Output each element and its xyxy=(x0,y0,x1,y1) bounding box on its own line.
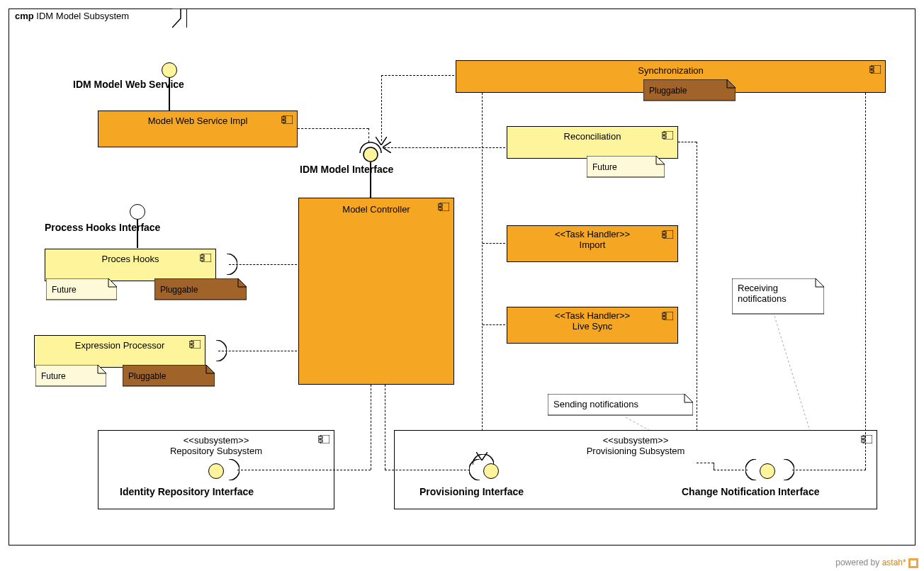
identity-repo-interface-label: Identity Repository Interface xyxy=(120,486,254,497)
svg-rect-42 xyxy=(318,436,322,439)
svg-rect-22 xyxy=(869,67,874,69)
socket-icon xyxy=(218,459,240,480)
svg-rect-32 xyxy=(662,232,666,234)
pluggable-note: Pluggable xyxy=(643,79,736,105)
reconciliation-component: Reconciliation xyxy=(507,126,678,159)
svg-rect-36 xyxy=(662,317,666,319)
component-icon xyxy=(662,230,673,239)
note-text: Sending notifications xyxy=(553,399,638,409)
web-service-interface-icon xyxy=(162,62,177,78)
svg-rect-33 xyxy=(662,235,666,237)
footer-text: powered by xyxy=(835,558,881,567)
component-label: Live Sync xyxy=(507,321,677,332)
component-label: Synchronization xyxy=(456,61,885,76)
subsystem-name: Repository Subsystem xyxy=(98,446,334,456)
svg-text:Pluggable: Pluggable xyxy=(160,285,198,295)
arrow-icon xyxy=(383,142,391,153)
component-label: Model Controller xyxy=(299,198,453,215)
footer: powered by astah* xyxy=(835,558,918,568)
component-icon xyxy=(189,340,201,349)
component-icon xyxy=(662,312,673,320)
note-text: Receiving notifications xyxy=(738,283,787,304)
frame-title: IDM Model Subsystem xyxy=(36,11,129,21)
arrow-icon xyxy=(476,452,488,460)
frame-kind: cmp xyxy=(15,11,34,21)
component-icon xyxy=(869,65,881,74)
subsystem-name: Provisioning Subsystem xyxy=(395,446,877,456)
svg-rect-43 xyxy=(318,440,322,442)
svg-text:Future: Future xyxy=(52,285,77,295)
svg-rect-35 xyxy=(662,313,666,315)
component-label: Model Web Service Impl xyxy=(98,111,297,126)
model-web-service-impl-component: Model Web Service Impl xyxy=(98,111,298,147)
future-note: Future xyxy=(35,365,106,390)
svg-text:Future: Future xyxy=(41,371,66,381)
future-note: Future xyxy=(587,156,665,181)
component-label: Proces Hooks xyxy=(45,249,215,264)
frame-tab: cmp IDM Model Subsystem xyxy=(9,9,187,28)
component-label: Import xyxy=(507,239,677,250)
component-icon xyxy=(438,203,449,211)
svg-rect-1 xyxy=(281,117,286,119)
model-controller-component: Model Controller xyxy=(298,198,454,385)
component-icon xyxy=(318,435,329,443)
svg-rect-23 xyxy=(869,70,874,72)
pluggable-note: Pluggable xyxy=(123,365,215,390)
change-notification-interface-label: Change Notification Interface xyxy=(682,486,819,497)
component-stereotype: <<Task Handler>> xyxy=(507,229,677,239)
diagram-frame: cmp IDM Model Subsystem IDM Model Web Se… xyxy=(9,9,915,545)
svg-rect-28 xyxy=(662,136,666,138)
socket-icon xyxy=(216,254,237,275)
process-hooks-interface-icon xyxy=(130,204,145,220)
svg-rect-48 xyxy=(911,560,916,566)
subsystem-stereotype: <<subsystem>> xyxy=(395,435,877,446)
svg-text:Pluggable: Pluggable xyxy=(649,86,687,96)
svg-rect-8 xyxy=(200,255,204,257)
socket-icon xyxy=(745,459,767,480)
future-note: Future xyxy=(46,278,117,304)
svg-rect-6 xyxy=(438,208,442,210)
process-hooks-interface-label: Process Hooks Interface xyxy=(45,222,160,233)
footer-brand: astah* xyxy=(882,558,906,567)
component-stereotype: <<Task Handler>> xyxy=(507,310,677,321)
live-sync-component: <<Task Handler>> Live Sync xyxy=(507,307,678,344)
component-icon xyxy=(662,131,673,140)
import-component: <<Task Handler>> Import xyxy=(507,225,678,262)
svg-rect-9 xyxy=(200,259,204,261)
astah-icon xyxy=(908,558,918,568)
component-icon xyxy=(200,254,211,262)
subsystem-stereotype: <<subsystem>> xyxy=(98,435,334,446)
svg-rect-2 xyxy=(281,120,286,123)
svg-rect-15 xyxy=(189,341,193,344)
web-service-interface-label: IDM Model Web Service xyxy=(73,79,184,90)
component-label: Reconciliation xyxy=(507,127,677,142)
socket-icon xyxy=(773,459,794,480)
provisioning-interface-label: Provisioning Interface xyxy=(419,486,524,497)
expression-processor-component: Expression Processor xyxy=(34,335,205,368)
component-label: Expression Processor xyxy=(35,336,205,351)
svg-rect-27 xyxy=(662,132,666,135)
socket-icon xyxy=(205,340,227,361)
component-icon xyxy=(281,115,293,124)
svg-text:Future: Future xyxy=(592,162,617,172)
svg-point-3 xyxy=(364,147,378,162)
component-icon xyxy=(861,435,872,443)
process-hooks-component: Proces Hooks xyxy=(45,249,216,281)
svg-rect-5 xyxy=(438,204,442,206)
svg-text:Pluggable: Pluggable xyxy=(128,371,167,381)
svg-rect-16 xyxy=(189,345,193,347)
pluggable-note: Pluggable xyxy=(154,278,247,304)
